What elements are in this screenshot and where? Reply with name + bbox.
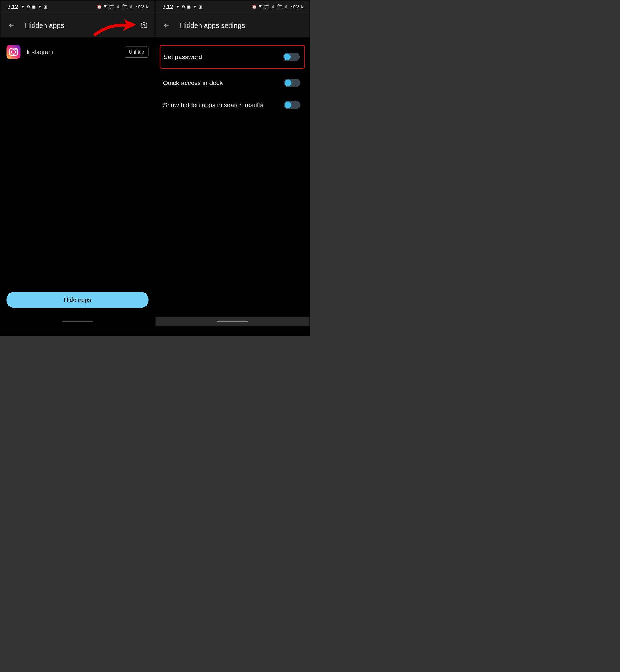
- volte1-icon: Vo))LTE1: [264, 4, 270, 10]
- status-bar: 3:12 ✦ ⚙ ▣ ✦ ▣ ⏰ Vo))LTE1 Vo))LTE2: [1, 1, 155, 13]
- signal-icon: [129, 5, 133, 9]
- wifi-icon: [103, 4, 107, 9]
- svg-rect-8: [302, 7, 303, 8]
- battery-icon: [146, 4, 149, 9]
- status-time: 3:12: [163, 4, 173, 10]
- setting-row-show-in-search[interactable]: Show hidden apps in search results: [162, 94, 304, 116]
- link-icon: ✦: [38, 5, 42, 9]
- volte2-icon: Vo))LTE2: [277, 4, 283, 10]
- status-time: 3:12: [8, 4, 18, 10]
- page-title: Hidden apps: [25, 21, 64, 30]
- signal-icon: [271, 5, 275, 9]
- setting-row-quick-access[interactable]: Quick access in dock: [162, 72, 304, 94]
- toggle-quick-access[interactable]: [284, 79, 301, 87]
- link-icon: ✦: [176, 5, 179, 9]
- nav-handle-icon: [62, 321, 93, 322]
- gear-icon: ⚙: [27, 5, 30, 9]
- battery-icon: [301, 4, 304, 9]
- volte1-icon: Vo))LTE1: [109, 4, 115, 10]
- annotation-highlight: Set password: [160, 45, 305, 69]
- alarm-icon: ⏰: [97, 5, 102, 9]
- svg-point-4: [143, 25, 145, 26]
- toggle-set-password[interactable]: [283, 53, 300, 61]
- volte2-icon: Vo))LTE2: [122, 4, 128, 10]
- back-button[interactable]: [8, 21, 16, 30]
- setting-label: Show hidden apps in search results: [163, 101, 264, 109]
- wifi-icon: [258, 4, 262, 9]
- app-row-instagram[interactable]: Instagram Unhide: [7, 44, 149, 60]
- app-header: Hidden apps: [1, 13, 155, 38]
- gear-icon: ⚙: [182, 5, 185, 9]
- unhide-button[interactable]: Unhide: [125, 46, 149, 57]
- nav-handle-icon: [217, 321, 248, 322]
- signal-icon: [284, 5, 288, 9]
- link-icon: ✦: [21, 5, 24, 9]
- image-icon: ▣: [199, 5, 203, 9]
- toggle-show-in-search[interactable]: [284, 101, 301, 109]
- image-icon: ▣: [44, 5, 48, 9]
- nav-bar[interactable]: [1, 317, 155, 326]
- image-icon: ▣: [187, 5, 191, 9]
- battery-percent: 40%: [135, 4, 144, 9]
- phones-row: 3:12 ✦ ⚙ ▣ ✦ ▣ ⏰ Vo))LTE1 Vo))LTE2: [0, 0, 310, 326]
- instagram-icon: [7, 45, 20, 59]
- composite-screenshot: 3:12 ✦ ⚙ ▣ ✦ ▣ ⏰ Vo))LTE1 Vo))LTE2: [0, 0, 310, 336]
- hide-apps-button[interactable]: Hide apps: [7, 292, 149, 308]
- phone-screen-hidden-apps: 3:12 ✦ ⚙ ▣ ✦ ▣ ⏰ Vo))LTE1 Vo))LTE2: [1, 1, 155, 326]
- battery-percent: 40%: [290, 4, 299, 9]
- setting-label: Quick access in dock: [163, 79, 223, 87]
- alarm-icon: ⏰: [252, 5, 257, 9]
- app-header: Hidden apps settings: [156, 13, 310, 38]
- link-icon: ✦: [193, 5, 197, 9]
- svg-rect-2: [147, 7, 148, 8]
- app-name-label: Instagram: [27, 48, 119, 55]
- nav-bar[interactable]: [156, 317, 310, 326]
- back-button[interactable]: [163, 21, 171, 30]
- status-bar: 3:12 ✦ ⚙ ▣ ✦ ▣ ⏰ Vo))LTE1 Vo))LTE2: [156, 1, 310, 13]
- page-title: Hidden apps settings: [180, 21, 245, 30]
- setting-label: Set password: [163, 53, 202, 61]
- phone-screen-hidden-apps-settings: 3:12 ✦ ⚙ ▣ ✦ ▣ ⏰ Vo))LTE1 Vo))LTE2: [156, 1, 310, 326]
- content-area: Set password Quick access in dock Show h…: [156, 38, 310, 317]
- setting-row-set-password[interactable]: Set password: [162, 46, 303, 68]
- image-icon: ▣: [32, 5, 36, 9]
- content-area: Instagram Unhide Hide apps: [1, 38, 155, 317]
- settings-button[interactable]: [141, 22, 148, 29]
- signal-icon: [116, 5, 120, 9]
